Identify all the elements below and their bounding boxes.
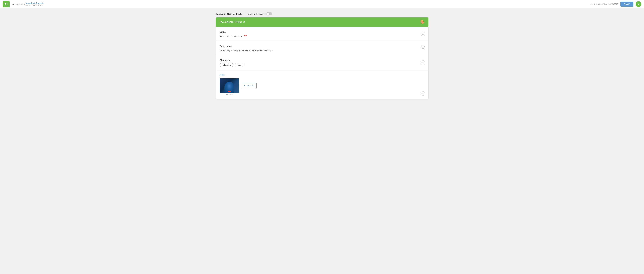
file-name: JBL.JPG — [226, 94, 233, 96]
file-thumbnail-image — [220, 78, 239, 93]
created-by-label: Created by Matthew Clarke — [216, 13, 242, 15]
breadcrumb-subtitle: 4/1/2018 - 4/11/2018 — [26, 4, 44, 6]
files-label: Files — [220, 74, 424, 76]
channels-label: Channels — [220, 59, 424, 62]
breadcrumb-chevron-icon: ◀ — [23, 3, 25, 5]
created-by-name: Matthew Clarke — [227, 13, 242, 15]
mark-execution: Mark for Execution — [248, 12, 272, 16]
channels-section: Channels Television Now — [216, 55, 428, 70]
mark-execution-toggle[interactable] — [266, 12, 272, 16]
meta-bar: Created by Matthew Clarke Mark for Execu… — [216, 12, 428, 16]
description-value: Introducing Sound you can see with the i… — [220, 49, 424, 52]
files-row: JBL.JPG + Add File — [220, 78, 424, 96]
files-section: Files JBL.JPG + Add File — [216, 70, 428, 99]
breadcrumb-title[interactable]: Incredible Pulse 3 — [26, 2, 44, 5]
files-comment-button[interactable] — [421, 91, 425, 96]
dates-label: Dates — [220, 31, 424, 33]
description-comment-button[interactable] — [421, 46, 425, 50]
channels-comment-button[interactable] — [421, 60, 425, 65]
toggle-knob — [267, 13, 270, 15]
add-file-plus-icon: + — [244, 84, 246, 87]
last-saved-text: Last saved: 8:12am 03/13/2018 — [591, 3, 618, 5]
workspace-label[interactable]: Workspace — [12, 3, 22, 5]
breadcrumb-current: Incredible Pulse 3 4/1/2018 - 4/11/2018 — [26, 2, 44, 7]
meta-divider — [245, 13, 245, 15]
dates-comment-button[interactable] — [421, 32, 425, 36]
add-file-label: Add File — [246, 85, 254, 87]
channels-row: Television Now — [220, 63, 424, 67]
description-label: Description — [220, 45, 424, 48]
palette-icon[interactable]: 🎨 — [420, 20, 424, 24]
description-section: Description Introducing Sound you can se… — [216, 41, 428, 55]
header: Workspace ◀ Incredible Pulse 3 4/1/2018 … — [0, 0, 644, 9]
file-thumbnail-wrapper: JBL.JPG — [220, 78, 239, 96]
logo — [2, 1, 10, 8]
dates-value: 04/01/2018 - 04/11/2018 — [220, 35, 242, 38]
card-title: Incredible Pulse 3 — [220, 21, 245, 24]
main-content: Created by Matthew Clarke Mark for Execu… — [209, 9, 435, 103]
mark-execution-label: Mark for Execution — [248, 13, 265, 15]
add-file-button[interactable]: + Add File — [242, 83, 256, 88]
calendar-icon[interactable]: 📅 — [244, 35, 247, 38]
channel-tag-now[interactable]: Now — [235, 63, 244, 67]
campaign-card: Incredible Pulse 3 🎨 Dates 04/01/2018 - … — [216, 18, 428, 99]
file-thumbnail[interactable] — [220, 78, 239, 93]
header-right: Last saved: 8:12am 03/13/2018 SAVE M — [591, 1, 642, 7]
dates-section: Dates 04/01/2018 - 04/11/2018 📅 — [216, 27, 428, 41]
breadcrumb: Workspace ◀ Incredible Pulse 3 4/1/2018 … — [12, 2, 43, 7]
dates-row: 04/01/2018 - 04/11/2018 📅 — [220, 35, 424, 38]
channel-tag-television[interactable]: Television — [220, 63, 234, 67]
save-button[interactable]: SAVE — [620, 2, 633, 7]
avatar[interactable]: M — [636, 1, 642, 7]
card-header: Incredible Pulse 3 🎨 — [216, 18, 428, 27]
